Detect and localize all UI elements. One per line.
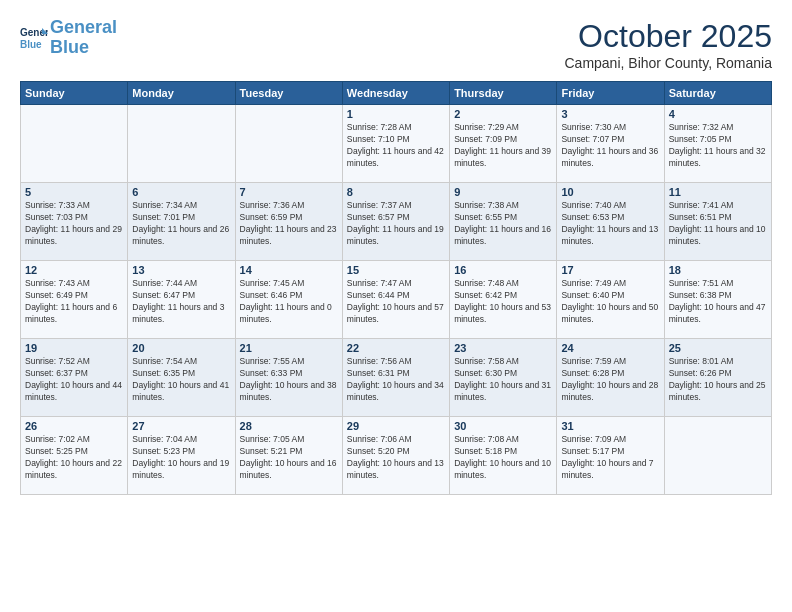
month-title: October 2025 — [564, 18, 772, 55]
day-info: Sunrise: 7:09 AMSunset: 5:17 PMDaylight:… — [561, 434, 659, 482]
day-info: Sunrise: 7:36 AMSunset: 6:59 PMDaylight:… — [240, 200, 338, 248]
day-info: Sunrise: 7:52 AMSunset: 6:37 PMDaylight:… — [25, 356, 123, 404]
day-cell: 10Sunrise: 7:40 AMSunset: 6:53 PMDayligh… — [557, 183, 664, 261]
day-number: 10 — [561, 186, 659, 198]
day-cell: 18Sunrise: 7:51 AMSunset: 6:38 PMDayligh… — [664, 261, 771, 339]
day-cell: 1Sunrise: 7:28 AMSunset: 7:10 PMDaylight… — [342, 105, 449, 183]
col-saturday: Saturday — [664, 82, 771, 105]
day-number: 8 — [347, 186, 445, 198]
day-info: Sunrise: 7:40 AMSunset: 6:53 PMDaylight:… — [561, 200, 659, 248]
day-cell: 8Sunrise: 7:37 AMSunset: 6:57 PMDaylight… — [342, 183, 449, 261]
day-number: 3 — [561, 108, 659, 120]
day-number: 31 — [561, 420, 659, 432]
day-cell: 21Sunrise: 7:55 AMSunset: 6:33 PMDayligh… — [235, 339, 342, 417]
day-number: 30 — [454, 420, 552, 432]
day-info: Sunrise: 7:49 AMSunset: 6:40 PMDaylight:… — [561, 278, 659, 326]
day-number: 26 — [25, 420, 123, 432]
day-info: Sunrise: 7:44 AMSunset: 6:47 PMDaylight:… — [132, 278, 230, 326]
day-cell: 6Sunrise: 7:34 AMSunset: 7:01 PMDaylight… — [128, 183, 235, 261]
day-info: Sunrise: 7:28 AMSunset: 7:10 PMDaylight:… — [347, 122, 445, 170]
day-cell: 16Sunrise: 7:48 AMSunset: 6:42 PMDayligh… — [450, 261, 557, 339]
day-cell: 2Sunrise: 7:29 AMSunset: 7:09 PMDaylight… — [450, 105, 557, 183]
calendar-header: Sunday Monday Tuesday Wednesday Thursday… — [21, 82, 772, 105]
day-info: Sunrise: 7:33 AMSunset: 7:03 PMDaylight:… — [25, 200, 123, 248]
day-info: Sunrise: 7:48 AMSunset: 6:42 PMDaylight:… — [454, 278, 552, 326]
day-info: Sunrise: 7:56 AMSunset: 6:31 PMDaylight:… — [347, 356, 445, 404]
day-cell: 27Sunrise: 7:04 AMSunset: 5:23 PMDayligh… — [128, 417, 235, 495]
day-cell — [235, 105, 342, 183]
week-row-4: 19Sunrise: 7:52 AMSunset: 6:37 PMDayligh… — [21, 339, 772, 417]
col-monday: Monday — [128, 82, 235, 105]
svg-text:Blue: Blue — [20, 39, 42, 50]
week-row-5: 26Sunrise: 7:02 AMSunset: 5:25 PMDayligh… — [21, 417, 772, 495]
day-cell: 29Sunrise: 7:06 AMSunset: 5:20 PMDayligh… — [342, 417, 449, 495]
day-cell — [664, 417, 771, 495]
day-info: Sunrise: 7:54 AMSunset: 6:35 PMDaylight:… — [132, 356, 230, 404]
day-cell: 31Sunrise: 7:09 AMSunset: 5:17 PMDayligh… — [557, 417, 664, 495]
day-info: Sunrise: 7:30 AMSunset: 7:07 PMDaylight:… — [561, 122, 659, 170]
location-title: Campani, Bihor County, Romania — [564, 55, 772, 71]
day-number: 13 — [132, 264, 230, 276]
day-info: Sunrise: 7:58 AMSunset: 6:30 PMDaylight:… — [454, 356, 552, 404]
day-cell — [128, 105, 235, 183]
day-number: 15 — [347, 264, 445, 276]
day-cell: 19Sunrise: 7:52 AMSunset: 6:37 PMDayligh… — [21, 339, 128, 417]
day-number: 21 — [240, 342, 338, 354]
day-cell: 23Sunrise: 7:58 AMSunset: 6:30 PMDayligh… — [450, 339, 557, 417]
day-cell: 28Sunrise: 7:05 AMSunset: 5:21 PMDayligh… — [235, 417, 342, 495]
day-cell: 5Sunrise: 7:33 AMSunset: 7:03 PMDaylight… — [21, 183, 128, 261]
header: General Blue General Blue October 2025 C… — [20, 18, 772, 71]
day-number: 18 — [669, 264, 767, 276]
day-info: Sunrise: 8:01 AMSunset: 6:26 PMDaylight:… — [669, 356, 767, 404]
day-info: Sunrise: 7:34 AMSunset: 7:01 PMDaylight:… — [132, 200, 230, 248]
day-cell: 9Sunrise: 7:38 AMSunset: 6:55 PMDaylight… — [450, 183, 557, 261]
day-number: 17 — [561, 264, 659, 276]
col-wednesday: Wednesday — [342, 82, 449, 105]
day-cell: 15Sunrise: 7:47 AMSunset: 6:44 PMDayligh… — [342, 261, 449, 339]
day-cell: 22Sunrise: 7:56 AMSunset: 6:31 PMDayligh… — [342, 339, 449, 417]
title-block: October 2025 Campani, Bihor County, Roma… — [564, 18, 772, 71]
day-cell: 7Sunrise: 7:36 AMSunset: 6:59 PMDaylight… — [235, 183, 342, 261]
logo-text: General Blue — [50, 18, 117, 58]
day-cell: 17Sunrise: 7:49 AMSunset: 6:40 PMDayligh… — [557, 261, 664, 339]
day-info: Sunrise: 7:02 AMSunset: 5:25 PMDaylight:… — [25, 434, 123, 482]
day-number: 4 — [669, 108, 767, 120]
day-info: Sunrise: 7:08 AMSunset: 5:18 PMDaylight:… — [454, 434, 552, 482]
page: General Blue General Blue October 2025 C… — [0, 0, 792, 505]
day-info: Sunrise: 7:29 AMSunset: 7:09 PMDaylight:… — [454, 122, 552, 170]
col-tuesday: Tuesday — [235, 82, 342, 105]
day-cell: 25Sunrise: 8:01 AMSunset: 6:26 PMDayligh… — [664, 339, 771, 417]
col-sunday: Sunday — [21, 82, 128, 105]
week-row-2: 5Sunrise: 7:33 AMSunset: 7:03 PMDaylight… — [21, 183, 772, 261]
day-number: 2 — [454, 108, 552, 120]
calendar-table: Sunday Monday Tuesday Wednesday Thursday… — [20, 81, 772, 495]
day-info: Sunrise: 7:05 AMSunset: 5:21 PMDaylight:… — [240, 434, 338, 482]
day-info: Sunrise: 7:51 AMSunset: 6:38 PMDaylight:… — [669, 278, 767, 326]
day-info: Sunrise: 7:04 AMSunset: 5:23 PMDaylight:… — [132, 434, 230, 482]
logo-line1: General — [50, 17, 117, 37]
day-number: 9 — [454, 186, 552, 198]
day-number: 6 — [132, 186, 230, 198]
day-number: 12 — [25, 264, 123, 276]
day-info: Sunrise: 7:37 AMSunset: 6:57 PMDaylight:… — [347, 200, 445, 248]
day-number: 29 — [347, 420, 445, 432]
day-number: 14 — [240, 264, 338, 276]
day-cell: 30Sunrise: 7:08 AMSunset: 5:18 PMDayligh… — [450, 417, 557, 495]
day-number: 22 — [347, 342, 445, 354]
logo: General Blue General Blue — [20, 18, 117, 58]
day-info: Sunrise: 7:55 AMSunset: 6:33 PMDaylight:… — [240, 356, 338, 404]
day-cell — [21, 105, 128, 183]
day-number: 23 — [454, 342, 552, 354]
day-number: 20 — [132, 342, 230, 354]
col-thursday: Thursday — [450, 82, 557, 105]
day-info: Sunrise: 7:38 AMSunset: 6:55 PMDaylight:… — [454, 200, 552, 248]
day-cell: 26Sunrise: 7:02 AMSunset: 5:25 PMDayligh… — [21, 417, 128, 495]
day-info: Sunrise: 7:43 AMSunset: 6:49 PMDaylight:… — [25, 278, 123, 326]
day-info: Sunrise: 7:47 AMSunset: 6:44 PMDaylight:… — [347, 278, 445, 326]
day-info: Sunrise: 7:32 AMSunset: 7:05 PMDaylight:… — [669, 122, 767, 170]
week-row-1: 1Sunrise: 7:28 AMSunset: 7:10 PMDaylight… — [21, 105, 772, 183]
day-number: 7 — [240, 186, 338, 198]
day-number: 11 — [669, 186, 767, 198]
day-number: 5 — [25, 186, 123, 198]
day-info: Sunrise: 7:06 AMSunset: 5:20 PMDaylight:… — [347, 434, 445, 482]
